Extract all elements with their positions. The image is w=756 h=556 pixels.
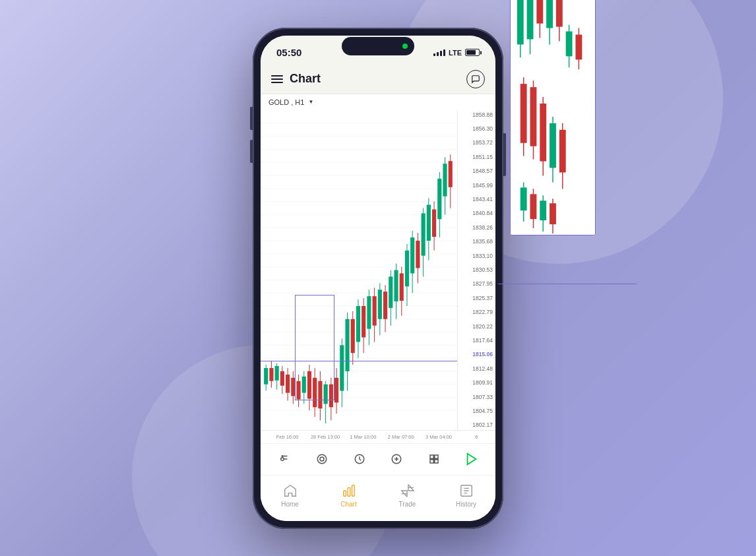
hamburger-line-2 xyxy=(271,78,283,80)
svg-marker-109 xyxy=(467,454,476,465)
price-label-15: 1822.79 xyxy=(460,309,493,315)
nav-home-label: Home xyxy=(281,501,299,508)
phone-device: 05:50 LTE xyxy=(253,28,503,529)
clock-tool-button[interactable] xyxy=(349,448,370,470)
dynamic-island xyxy=(342,37,414,55)
lte-label: LTE xyxy=(449,49,462,57)
price-label-6: 1845.99 xyxy=(460,182,493,189)
svg-point-97 xyxy=(317,454,327,464)
nav-home[interactable]: Home xyxy=(270,483,310,508)
svg-rect-68 xyxy=(383,292,387,319)
svg-rect-136 xyxy=(530,87,537,146)
price-label-16: 1820.22 xyxy=(460,323,493,330)
price-label-8: 1840.84 xyxy=(460,210,493,216)
nav-history-label: History xyxy=(456,501,476,508)
svg-rect-140 xyxy=(550,123,556,168)
svg-rect-108 xyxy=(435,460,438,463)
price-label-11: 1833.10 xyxy=(460,253,493,259)
nav-trade[interactable]: Trade xyxy=(388,483,427,508)
time-labels: Feb 16:00 28 Feb 13:00 1 Mar 10:00 2 Mar… xyxy=(268,434,495,440)
price-label-13: 1827.95 xyxy=(460,280,493,287)
home-icon xyxy=(282,483,298,499)
status-right: LTE xyxy=(433,49,480,57)
svg-rect-132 xyxy=(575,34,582,59)
bottom-nav: Home Chart xyxy=(261,475,495,521)
timeframe-dropdown-arrow: ▼ xyxy=(308,99,313,105)
svg-rect-146 xyxy=(530,194,537,219)
instrument-name: GOLD , H1 xyxy=(268,98,304,106)
svg-rect-124 xyxy=(536,0,543,23)
layers-tool-button[interactable] xyxy=(424,448,445,470)
svg-point-95 xyxy=(282,456,284,457)
chart-area: 1858.88 1856.30 1853.72 1851.15 1848.57 … xyxy=(261,110,495,430)
svg-rect-66 xyxy=(378,290,382,319)
svg-rect-26 xyxy=(269,367,273,381)
svg-rect-74 xyxy=(400,273,404,301)
nav-chart[interactable]: Chart xyxy=(329,483,369,508)
hamburger-menu-icon[interactable] xyxy=(271,75,283,83)
svg-rect-90 xyxy=(443,164,447,196)
svg-rect-107 xyxy=(430,460,433,463)
svg-rect-128 xyxy=(556,0,563,26)
svg-rect-105 xyxy=(430,455,433,458)
svg-rect-58 xyxy=(356,305,360,341)
price-axis: 1858.88 1856.30 1853.72 1851.15 1848.57 … xyxy=(457,110,495,430)
svg-line-101 xyxy=(360,459,361,460)
draw-tool-button[interactable] xyxy=(274,448,295,470)
zoom-connector-line xyxy=(498,284,637,285)
time-label-3: 1 Mar 10:00 xyxy=(344,434,382,440)
play-button[interactable] xyxy=(461,448,482,470)
svg-rect-148 xyxy=(540,201,546,220)
svg-rect-130 xyxy=(566,31,573,56)
instrument-bar[interactable]: GOLD , H1 ▼ xyxy=(261,94,495,110)
svg-rect-76 xyxy=(405,250,409,286)
add-tool-button[interactable] xyxy=(386,448,407,470)
svg-rect-138 xyxy=(540,104,546,162)
price-label-9: 1838.26 xyxy=(460,224,493,231)
price-label-5: 1848.57 xyxy=(460,168,493,174)
svg-rect-56 xyxy=(351,319,355,352)
chat-icon[interactable] xyxy=(466,70,485,88)
svg-rect-111 xyxy=(348,487,350,496)
phone-screen: 05:50 LTE xyxy=(261,36,495,521)
price-label-1: 1858.88 xyxy=(460,111,493,118)
battery-icon xyxy=(465,49,480,56)
nav-trade-label: Trade xyxy=(399,501,416,508)
svg-rect-28 xyxy=(275,366,279,381)
price-label-14: 1825.37 xyxy=(460,295,493,301)
status-time: 05:50 xyxy=(276,47,301,58)
nav-history[interactable]: History xyxy=(447,483,486,508)
svg-rect-72 xyxy=(394,270,398,301)
svg-rect-52 xyxy=(340,345,344,390)
price-label-22: 1804.75 xyxy=(460,408,493,414)
signal-bars xyxy=(433,49,445,56)
price-label-3: 1853.72 xyxy=(460,139,493,146)
svg-rect-88 xyxy=(437,178,441,218)
signal-bar-4 xyxy=(443,49,445,56)
zoom-popup xyxy=(510,0,596,235)
time-label-5: 3 Mar 04:00 xyxy=(420,434,457,440)
svg-rect-54 xyxy=(345,319,349,371)
svg-rect-122 xyxy=(527,0,534,39)
indicator-tool-button[interactable] xyxy=(311,448,332,470)
svg-rect-126 xyxy=(546,0,553,28)
zoom-chart-svg xyxy=(511,0,595,235)
svg-rect-46 xyxy=(324,384,328,404)
svg-rect-80 xyxy=(416,240,420,268)
price-label-17: 1817.64 xyxy=(460,337,493,344)
svg-rect-92 xyxy=(449,161,453,187)
svg-rect-44 xyxy=(318,381,322,408)
svg-rect-70 xyxy=(389,276,393,308)
phone-wrapper: 05:50 LTE xyxy=(253,28,503,529)
signal-bar-3 xyxy=(440,51,442,56)
price-level-line xyxy=(261,361,457,361)
svg-rect-48 xyxy=(329,384,333,407)
time-label-6: 6 xyxy=(458,434,495,440)
svg-rect-144 xyxy=(520,187,527,210)
price-label-12: 1830.53 xyxy=(460,266,493,273)
nav-chart-label: Chart xyxy=(340,501,356,508)
header-left: Chart xyxy=(271,72,321,86)
signal-bar-1 xyxy=(433,53,435,56)
chart-toolbar xyxy=(261,443,495,475)
svg-rect-82 xyxy=(422,213,425,255)
